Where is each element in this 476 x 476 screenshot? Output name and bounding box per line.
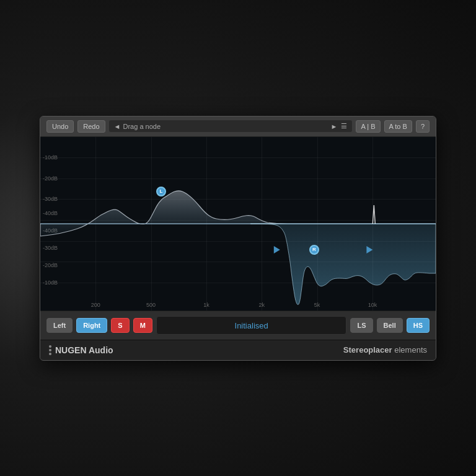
help-button[interactable]: ? [416,120,430,133]
hs-button[interactable]: HS [407,318,430,333]
drag-instruction-label: Drag a node [123,123,328,130]
bottom-controls: Left Right S M Initialised LS Bell HS [40,311,436,340]
product-label: Stereoplacer [343,345,392,355]
nugen-logo: NUGEN Audio [49,345,113,355]
status-text: Initialised [235,321,268,330]
brand-name: NUGEN Audio [55,345,113,355]
mute-button[interactable]: M [133,318,152,333]
status-display: Initialised [156,316,347,335]
node-L[interactable]: L [156,187,166,196]
eq-display[interactable]: -10dB -20dB -30dB -40dB -40dB -30dB -20d… [40,137,436,311]
toolbar: Undo Redo ◄ Drag a node ► ☰ A | B A to B… [40,117,436,137]
node-R[interactable]: R [309,245,319,255]
atob-button[interactable]: A to B [384,120,412,133]
solo-button[interactable]: S [111,318,129,333]
drag-left-arrow-icon: ◄ [114,123,121,130]
redo-button[interactable]: Redo [77,120,105,133]
logo-dot-2 [49,349,51,351]
ls-button[interactable]: LS [350,318,372,333]
left-button[interactable]: Left [46,318,73,333]
elements-label: elements [394,345,427,355]
list-icon: ☰ [341,122,347,130]
right-button[interactable]: Right [76,318,107,333]
plugin-window: Undo Redo ◄ Drag a node ► ☰ A | B A to B… [40,116,436,361]
undo-button[interactable]: Undo [46,120,74,133]
bell-button[interactable]: Bell [377,318,403,333]
logo-dot-3 [49,353,51,355]
ab-button[interactable]: A | B [356,120,380,133]
logo-dots [49,345,51,355]
svg-marker-1 [274,246,280,253]
drag-area: ◄ Drag a node ► ☰ [109,120,353,132]
product-name: Stereoplacer elements [343,345,427,355]
logo-dot-1 [49,345,51,348]
footer: NUGEN Audio Stereoplacer elements [40,340,436,360]
eq-curve-svg [40,137,436,311]
drag-right-arrow-icon: ► [331,123,338,130]
